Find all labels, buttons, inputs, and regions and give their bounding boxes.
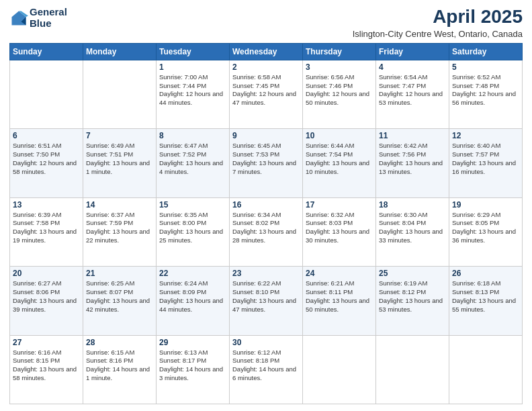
day-header-thursday: Thursday xyxy=(303,43,376,60)
day-info: Sunrise: 6:39 AMSunset: 7:58 PMDaylight:… xyxy=(13,211,80,245)
day-number: 19 xyxy=(452,200,519,210)
day-number: 2 xyxy=(232,62,300,72)
calendar-cell: 20 Sunrise: 6:27 AMSunset: 8:06 PMDaylig… xyxy=(10,267,83,335)
day-number: 7 xyxy=(86,131,153,140)
calendar-cell: 30 Sunrise: 6:12 AMSunset: 8:18 PMDaylig… xyxy=(230,335,303,404)
calendar-cell: 25 Sunrise: 6:19 AMSunset: 8:12 PMDaylig… xyxy=(376,267,449,335)
calendar-week-row: 13 Sunrise: 6:39 AMSunset: 7:58 PMDaylig… xyxy=(10,197,523,266)
day-info: Sunrise: 7:00 AMSunset: 7:44 PMDaylight:… xyxy=(159,73,226,107)
day-number: 5 xyxy=(452,62,519,72)
day-number: 26 xyxy=(452,269,519,278)
day-number: 11 xyxy=(379,131,446,140)
day-info: Sunrise: 6:49 AMSunset: 7:51 PMDaylight:… xyxy=(86,142,153,176)
calendar-week-row: 20 Sunrise: 6:27 AMSunset: 8:06 PMDaylig… xyxy=(10,267,523,335)
calendar-cell xyxy=(83,60,157,128)
header: General Blue April 2025 Islington-City C… xyxy=(9,7,523,39)
calendar-table: SundayMondayTuesdayWednesdayThursdayFrid… xyxy=(9,43,523,404)
calendar-cell xyxy=(376,335,449,404)
calendar-cell xyxy=(303,335,376,404)
day-info: Sunrise: 6:25 AMSunset: 8:07 PMDaylight:… xyxy=(86,279,153,314)
calendar-week-row: 6 Sunrise: 6:51 AMSunset: 7:50 PMDayligh… xyxy=(10,129,523,197)
calendar-week-row: 1 Sunrise: 7:00 AMSunset: 7:44 PMDayligh… xyxy=(10,60,523,128)
calendar-cell: 22 Sunrise: 6:24 AMSunset: 8:09 PMDaylig… xyxy=(157,267,230,335)
day-info: Sunrise: 6:24 AMSunset: 8:09 PMDaylight:… xyxy=(159,279,226,314)
day-info: Sunrise: 6:15 AMSunset: 8:16 PMDaylight:… xyxy=(86,349,153,383)
month-year: April 2025 xyxy=(353,7,523,28)
day-info: Sunrise: 6:42 AMSunset: 7:56 PMDaylight:… xyxy=(379,142,446,176)
day-number: 4 xyxy=(379,62,446,72)
day-number: 3 xyxy=(306,62,373,72)
day-info: Sunrise: 6:54 AMSunset: 7:47 PMDaylight:… xyxy=(379,73,446,107)
day-info: Sunrise: 6:51 AMSunset: 7:50 PMDaylight:… xyxy=(13,142,80,176)
day-info: Sunrise: 6:58 AMSunset: 7:45 PMDaylight:… xyxy=(232,73,300,107)
calendar-cell: 8 Sunrise: 6:47 AMSunset: 7:52 PMDayligh… xyxy=(157,129,230,197)
calendar-cell: 3 Sunrise: 6:56 AMSunset: 7:46 PMDayligh… xyxy=(303,60,376,128)
calendar-cell xyxy=(449,335,523,404)
day-info: Sunrise: 6:12 AMSunset: 8:18 PMDaylight:… xyxy=(232,349,300,383)
day-number: 9 xyxy=(232,131,300,140)
calendar-cell: 29 Sunrise: 6:13 AMSunset: 8:17 PMDaylig… xyxy=(157,335,230,404)
calendar-cell: 12 Sunrise: 6:40 AMSunset: 7:57 PMDaylig… xyxy=(449,129,523,197)
calendar-cell: 17 Sunrise: 6:32 AMSunset: 8:03 PMDaylig… xyxy=(303,197,376,266)
day-info: Sunrise: 6:44 AMSunset: 7:54 PMDaylight:… xyxy=(306,142,373,176)
logo-text: General Blue xyxy=(30,7,67,29)
day-info: Sunrise: 6:40 AMSunset: 7:57 PMDaylight:… xyxy=(452,142,519,176)
calendar-cell: 13 Sunrise: 6:39 AMSunset: 7:58 PMDaylig… xyxy=(10,197,83,266)
calendar-cell: 19 Sunrise: 6:29 AMSunset: 8:05 PMDaylig… xyxy=(449,197,523,266)
day-number: 15 xyxy=(159,200,226,210)
day-info: Sunrise: 6:52 AMSunset: 7:48 PMDaylight:… xyxy=(452,73,519,107)
day-number: 22 xyxy=(159,269,226,278)
calendar-cell: 14 Sunrise: 6:37 AMSunset: 7:59 PMDaylig… xyxy=(83,197,157,266)
page: General Blue April 2025 Islington-City C… xyxy=(0,0,532,411)
calendar-header-row: SundayMondayTuesdayWednesdayThursdayFrid… xyxy=(10,43,523,60)
calendar-cell: 6 Sunrise: 6:51 AMSunset: 7:50 PMDayligh… xyxy=(10,129,83,197)
day-number: 20 xyxy=(13,269,80,278)
calendar-cell: 15 Sunrise: 6:35 AMSunset: 8:00 PMDaylig… xyxy=(157,197,230,266)
day-header-friday: Friday xyxy=(376,43,449,60)
day-info: Sunrise: 6:13 AMSunset: 8:17 PMDaylight:… xyxy=(159,349,226,383)
calendar-cell: 18 Sunrise: 6:30 AMSunset: 8:04 PMDaylig… xyxy=(376,197,449,266)
day-info: Sunrise: 6:22 AMSunset: 8:10 PMDaylight:… xyxy=(232,279,300,314)
day-header-tuesday: Tuesday xyxy=(157,43,230,60)
day-header-saturday: Saturday xyxy=(449,43,523,60)
calendar-cell: 27 Sunrise: 6:16 AMSunset: 8:15 PMDaylig… xyxy=(10,335,83,404)
day-number: 21 xyxy=(86,269,153,278)
day-info: Sunrise: 6:56 AMSunset: 7:46 PMDaylight:… xyxy=(306,73,373,107)
day-info: Sunrise: 6:16 AMSunset: 8:15 PMDaylight:… xyxy=(13,349,80,383)
title-block: April 2025 Islington-City Centre West, O… xyxy=(353,7,523,39)
day-number: 25 xyxy=(379,269,446,278)
day-info: Sunrise: 6:27 AMSunset: 8:06 PMDaylight:… xyxy=(13,279,80,314)
day-number: 10 xyxy=(306,131,373,140)
day-number: 12 xyxy=(452,131,519,140)
calendar-week-row: 27 Sunrise: 6:16 AMSunset: 8:15 PMDaylig… xyxy=(10,335,523,404)
day-info: Sunrise: 6:37 AMSunset: 7:59 PMDaylight:… xyxy=(86,211,153,245)
day-number: 16 xyxy=(232,200,300,210)
day-info: Sunrise: 6:18 AMSunset: 8:13 PMDaylight:… xyxy=(452,279,519,314)
day-number: 14 xyxy=(86,200,153,210)
day-info: Sunrise: 6:45 AMSunset: 7:53 PMDaylight:… xyxy=(232,142,300,176)
day-info: Sunrise: 6:34 AMSunset: 8:02 PMDaylight:… xyxy=(232,211,300,245)
calendar-cell: 5 Sunrise: 6:52 AMSunset: 7:48 PMDayligh… xyxy=(449,60,523,128)
calendar-cell: 2 Sunrise: 6:58 AMSunset: 7:45 PMDayligh… xyxy=(230,60,303,128)
calendar-cell: 24 Sunrise: 6:21 AMSunset: 8:11 PMDaylig… xyxy=(303,267,376,335)
day-number: 27 xyxy=(13,338,80,347)
day-info: Sunrise: 6:30 AMSunset: 8:04 PMDaylight:… xyxy=(379,211,446,245)
logo: General Blue xyxy=(9,7,67,29)
calendar-cell: 4 Sunrise: 6:54 AMSunset: 7:47 PMDayligh… xyxy=(376,60,449,128)
day-number: 29 xyxy=(159,338,226,347)
calendar-cell: 21 Sunrise: 6:25 AMSunset: 8:07 PMDaylig… xyxy=(83,267,157,335)
day-number: 23 xyxy=(232,269,300,278)
calendar-cell: 28 Sunrise: 6:15 AMSunset: 8:16 PMDaylig… xyxy=(83,335,157,404)
calendar-cell: 10 Sunrise: 6:44 AMSunset: 7:54 PMDaylig… xyxy=(303,129,376,197)
calendar-cell: 23 Sunrise: 6:22 AMSunset: 8:10 PMDaylig… xyxy=(230,267,303,335)
day-info: Sunrise: 6:21 AMSunset: 8:11 PMDaylight:… xyxy=(306,279,373,314)
day-number: 18 xyxy=(379,200,446,210)
day-info: Sunrise: 6:19 AMSunset: 8:12 PMDaylight:… xyxy=(379,279,446,314)
day-number: 8 xyxy=(159,131,226,140)
day-header-sunday: Sunday xyxy=(10,43,83,60)
day-number: 24 xyxy=(306,269,373,278)
day-info: Sunrise: 6:47 AMSunset: 7:52 PMDaylight:… xyxy=(159,142,226,176)
day-number: 6 xyxy=(13,131,80,140)
day-info: Sunrise: 6:29 AMSunset: 8:05 PMDaylight:… xyxy=(452,211,519,245)
day-info: Sunrise: 6:35 AMSunset: 8:00 PMDaylight:… xyxy=(159,211,226,245)
